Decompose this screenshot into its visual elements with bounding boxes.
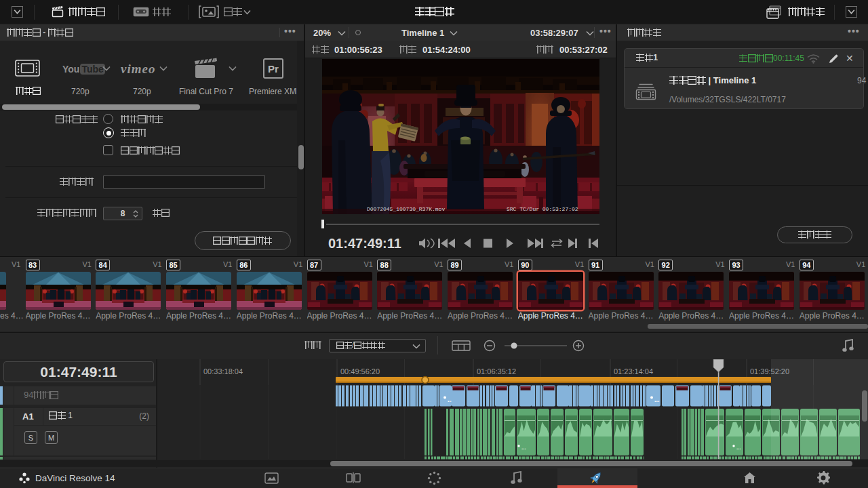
svg-text:...: ... [736,445,741,451]
svg-text:D0072045_100730_R37K.mov: D0072045_100730_R37K.mov [367,206,445,212]
svg-text:00:49:56:20: 00:49:56:20 [340,367,380,375]
svg-text:01:23:14:04: 01:23:14:04 [614,367,653,375]
svg-text:SRC TC/Dur 00:53:27:02: SRC TC/Dur 00:53:27:02 [507,206,578,212]
svg-text:00:33:18:04: 00:33:18:04 [203,367,243,375]
svg-text:...: ... [521,445,526,451]
svg-text:...: ... [654,396,660,403]
svg-text:01:06:35:12: 01:06:35:12 [477,367,516,375]
